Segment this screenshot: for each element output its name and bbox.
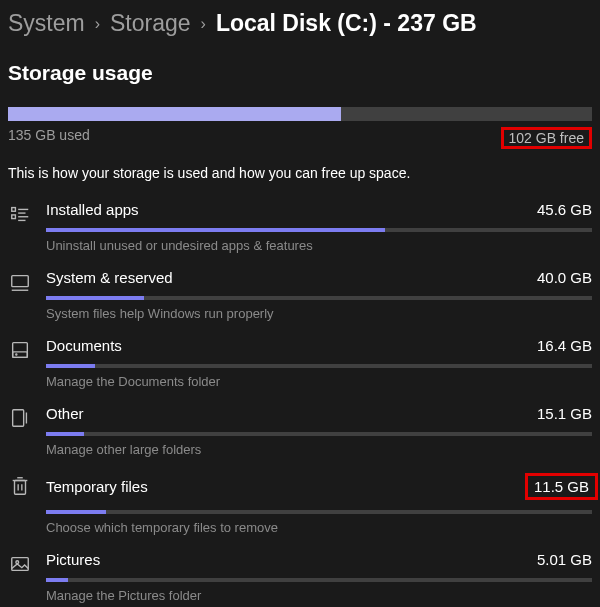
section-title: Storage usage — [0, 37, 600, 97]
svg-rect-6 — [12, 276, 29, 287]
category-name: System & reserved — [46, 269, 173, 286]
category-temporary-files[interactable]: Temporary files11.5 GB Choose which temp… — [8, 463, 592, 541]
category-system-reserved[interactable]: System & reserved40.0 GB System files he… — [8, 259, 592, 327]
category-desc: Manage other large folders — [46, 442, 592, 457]
category-bar — [46, 364, 592, 368]
category-bar — [46, 510, 592, 514]
category-desc: Manage the Documents folder — [46, 374, 592, 389]
svg-rect-11 — [13, 410, 24, 427]
storage-usage-fill — [8, 107, 341, 121]
breadcrumb-system[interactable]: System — [8, 10, 85, 37]
category-list: Installed apps45.6 GB Uninstall unused o… — [0, 191, 600, 607]
other-icon — [8, 405, 32, 457]
breadcrumb-storage[interactable]: Storage — [110, 10, 191, 37]
category-bar — [46, 296, 592, 300]
documents-icon — [8, 337, 32, 389]
breadcrumb-current: Local Disk (C:) - 237 GB — [216, 10, 477, 37]
chevron-right-icon: › — [201, 15, 206, 33]
storage-usage-bar — [8, 107, 592, 121]
category-documents[interactable]: Documents16.4 GB Manage the Documents fo… — [8, 327, 592, 395]
category-bar — [46, 432, 592, 436]
category-desc: Uninstall unused or undesired apps & fea… — [46, 238, 592, 253]
category-size: 5.01 GB — [537, 551, 592, 568]
storage-hint: This is how your storage is used and how… — [0, 149, 600, 191]
category-pictures[interactable]: Pictures5.01 GB Manage the Pictures fold… — [8, 541, 592, 607]
used-label: 135 GB used — [8, 127, 90, 149]
free-label: 102 GB free — [501, 127, 593, 149]
chevron-right-icon: › — [95, 15, 100, 33]
svg-point-10 — [16, 354, 17, 355]
category-name: Temporary files — [46, 478, 148, 495]
category-size: 16.4 GB — [537, 337, 592, 354]
category-desc: Manage the Pictures folder — [46, 588, 592, 603]
storage-usage-labels: 135 GB used 102 GB free — [0, 121, 600, 149]
category-name: Other — [46, 405, 84, 422]
category-size: 45.6 GB — [537, 201, 592, 218]
category-installed-apps[interactable]: Installed apps45.6 GB Uninstall unused o… — [8, 191, 592, 259]
svg-rect-0 — [12, 208, 16, 212]
svg-rect-1 — [12, 215, 16, 219]
category-desc: Choose which temporary files to remove — [46, 520, 592, 535]
category-size: 15.1 GB — [537, 405, 592, 422]
temporary-files-icon — [8, 473, 32, 535]
category-desc: System files help Windows run properly — [46, 306, 592, 321]
category-name: Documents — [46, 337, 122, 354]
svg-rect-13 — [15, 481, 26, 495]
svg-rect-9 — [13, 352, 28, 358]
svg-rect-18 — [12, 558, 29, 571]
category-other[interactable]: Other15.1 GB Manage other large folders — [8, 395, 592, 463]
category-bar — [46, 228, 592, 232]
installed-apps-icon — [8, 201, 32, 253]
category-name: Installed apps — [46, 201, 139, 218]
category-name: Pictures — [46, 551, 100, 568]
system-reserved-icon — [8, 269, 32, 321]
category-size: 40.0 GB — [537, 269, 592, 286]
category-size: 11.5 GB — [525, 473, 598, 500]
breadcrumb: System › Storage › Local Disk (C:) - 237… — [0, 0, 600, 37]
pictures-icon — [8, 551, 32, 603]
svg-rect-8 — [13, 343, 28, 358]
category-bar — [46, 578, 592, 582]
